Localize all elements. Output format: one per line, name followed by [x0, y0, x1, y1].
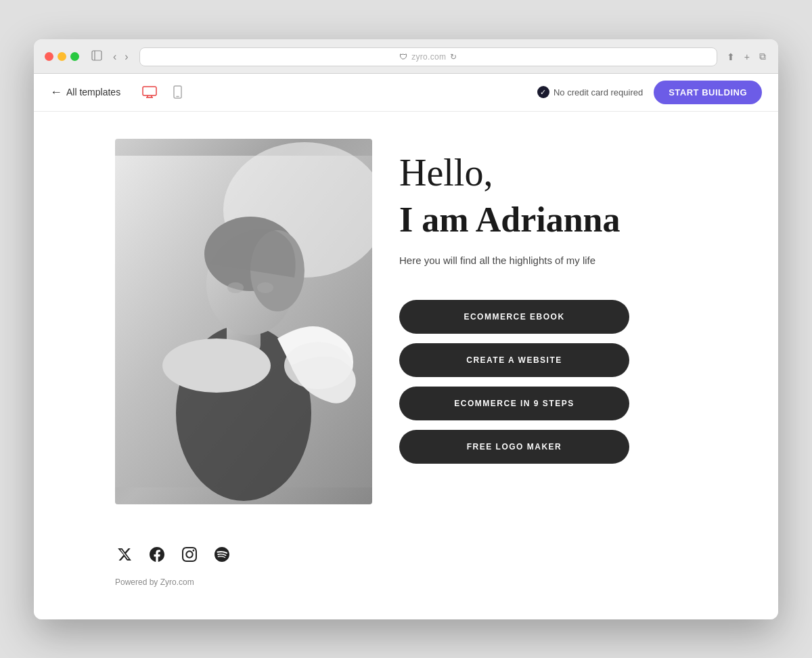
- social-icons: [115, 545, 697, 564]
- chrome-actions: ⬆ + ⧉: [725, 49, 767, 64]
- cta-buttons: ECOMMERCE EBOOK CREATE A WEBSITE ECOMMER…: [399, 300, 629, 464]
- person-photo: [115, 139, 372, 504]
- instagram-icon[interactable]: [180, 545, 199, 564]
- facebook-icon[interactable]: [148, 545, 166, 564]
- free-logo-maker-button[interactable]: FREE LOGO MAKER: [399, 430, 629, 464]
- create-website-button[interactable]: CREATE A WEBSITE: [399, 343, 629, 377]
- share-button[interactable]: ⬆: [725, 50, 736, 64]
- tab-overview-button[interactable]: ⧉: [758, 49, 767, 64]
- all-templates-label: All templates: [66, 87, 120, 97]
- no-credit-card-label: No credit card required: [554, 87, 643, 97]
- toolbar-left: ← All templates: [50, 83, 186, 102]
- website-preview: Hello, I am Adrianna Here you will find …: [34, 112, 778, 619]
- browser-window: ‹ › 🛡 zyro.com ↻ ⬆ + ⧉ ← All templates: [34, 39, 778, 619]
- ecommerce-9-steps-button[interactable]: ECOMMERCE IN 9 STEPS: [399, 387, 629, 420]
- toolbar-right: ✓ No credit card required START BUILDING: [537, 81, 762, 104]
- refresh-icon: ↻: [450, 52, 457, 62]
- svg-point-17: [162, 338, 271, 393]
- svg-rect-2: [143, 87, 156, 95]
- close-button[interactable]: [45, 52, 53, 61]
- preview-footer: Powered by Zyro.com: [34, 531, 778, 607]
- address-bar[interactable]: 🛡 zyro.com ↻: [139, 47, 717, 66]
- shield-icon: 🛡: [399, 52, 407, 62]
- forward-nav-button[interactable]: ›: [122, 49, 131, 64]
- start-building-button[interactable]: START BUILDING: [654, 81, 762, 104]
- back-arrow-icon: ←: [50, 85, 62, 100]
- browser-chrome: ‹ › 🛡 zyro.com ↻ ⬆ + ⧉: [34, 39, 778, 74]
- desktop-view-button[interactable]: [138, 83, 161, 102]
- address-text: zyro.com: [411, 52, 446, 62]
- traffic-lights: [45, 52, 79, 61]
- toolbar: ← All templates: [34, 74, 778, 112]
- name-heading: I am Adrianna: [399, 199, 724, 241]
- ecommerce-ebook-button[interactable]: ECOMMERCE EBOOK: [399, 300, 629, 334]
- hello-heading: Hello,: [399, 152, 724, 194]
- browser-nav: ‹ ›: [110, 49, 131, 64]
- minimize-button[interactable]: [58, 52, 66, 61]
- spotify-icon[interactable]: [212, 545, 231, 564]
- no-credit-card-badge: ✓ No credit card required: [537, 86, 643, 98]
- device-toggle: [138, 83, 186, 102]
- back-nav-button[interactable]: ‹: [110, 49, 119, 64]
- maximize-button[interactable]: [70, 52, 79, 61]
- check-icon: ✓: [537, 86, 549, 98]
- svg-point-18: [284, 342, 352, 389]
- mobile-view-button[interactable]: [169, 83, 186, 102]
- all-templates-link[interactable]: ← All templates: [50, 85, 120, 100]
- subtitle-text: Here you will find all the highlights of…: [399, 255, 724, 266]
- svg-rect-0: [92, 51, 102, 60]
- svg-point-15: [227, 282, 244, 293]
- svg-point-16: [257, 282, 273, 293]
- sidebar-icon[interactable]: [91, 50, 102, 63]
- twitter-icon[interactable]: [115, 545, 134, 564]
- preview-text-area: Hello, I am Adrianna Here you will find …: [399, 139, 724, 504]
- powered-by-text: Powered by Zyro.com: [115, 577, 697, 587]
- preview-content: Hello, I am Adrianna Here you will find …: [34, 112, 778, 531]
- new-tab-button[interactable]: +: [743, 50, 751, 64]
